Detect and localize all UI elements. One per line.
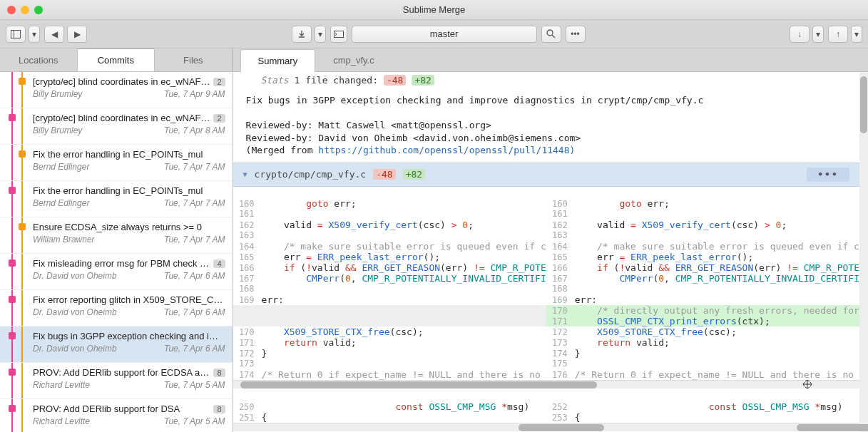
tab-file-cmp-vfy[interactable]: cmp_vfy.c [315,48,392,71]
commit-row[interactable]: Fix error reporting glitch in X509_STORE… [0,290,233,326]
terminal-button[interactable] [330,26,347,43]
stash-button[interactable] [292,26,312,43]
commit-row[interactable]: [crypto/ec] blind coordinates in ec_wNAF… [0,72,233,108]
window-title: Sublime Merge [0,4,868,15]
file-count-badge: 8 [213,369,225,377]
nav-back-button[interactable]: ◀ [44,26,64,43]
commit-row[interactable]: Fix the error handling in EC_POINTs_mulB… [0,181,233,217]
diff-hunk-2: 250 const OSSL_CMP_MSG *msg)251{ 252 con… [233,401,859,423]
svg-rect-2 [334,31,343,37]
commit-node-icon [9,187,16,194]
commit-row[interactable]: Fix the error handling in EC_POINTs_mulB… [0,145,233,181]
tab-files[interactable]: Files [155,48,233,71]
commit-title: PROV: Add DERlib support for ECDSA and E… [33,367,210,378]
svg-point-3 [547,30,553,36]
commit-row[interactable]: Ensure ECDSA_size always returns >= 0Wil… [0,217,233,254]
commit-author: Dr. David von Oheimb [33,271,117,281]
files-changed-text: 1 file changed: [295,75,378,86]
commit-node-icon [19,223,26,230]
commit-row[interactable]: PROV: Add DERlib support for ECDSA and E… [0,363,233,399]
push-button[interactable]: ↑ [828,26,848,43]
commit-author: Dr. David von Oheimb [33,307,117,317]
file-additions-badge: +82 [403,169,425,180]
commit-graph [0,399,30,432]
commit-date: Tue, 7 Apr 8 AM [164,125,225,135]
push-dropdown-button[interactable]: ▾ [851,26,862,43]
commit-author: Billy Brumley [33,89,82,99]
svg-rect-0 [11,30,21,38]
horizontal-scrollbar-1[interactable] [233,380,859,389]
split-resize-handle[interactable] [802,379,813,390]
file-count-badge: 4 [213,259,225,268]
branch-selector[interactable]: master [352,26,537,43]
sidebar: Locations Commits Files [crypto/ec] blin… [0,48,233,432]
file-menu-button[interactable]: ••• [807,168,849,182]
commit-row[interactable]: [crypto/ec] blind coordinates in ec_wNAF… [0,108,233,145]
commit-title: PROV: Add DERlib support for DSA [33,403,210,414]
diff-hunk-1: 160 goto err;161162 valid = X509_verify_… [233,198,859,380]
disclosure-icon: ▼ [243,170,247,178]
commit-node-icon [9,296,16,303]
commit-author: Dr. David von Oheimb [33,344,117,354]
more-button[interactable]: ••• [566,26,586,43]
detail-pane: Summary cmp_vfy.c Stats 1 file changed: … [233,48,868,432]
commit-graph [0,217,30,253]
sidebar-dropdown-button[interactable]: ▾ [29,26,40,43]
deletions-badge: -48 [384,75,406,86]
commit-date: Tue, 7 Apr 7 AM [164,235,225,245]
commit-graph [0,181,30,217]
diff-left-pane[interactable]: 160 goto err;161162 valid = X509_verify_… [233,198,546,380]
tab-locations[interactable]: Locations [0,48,78,71]
commit-graph [0,290,30,326]
commit-node-icon [9,369,16,376]
commit-author: William Brawner [33,235,95,245]
commit-list[interactable]: [crypto/ec] blind coordinates in ec_wNAF… [0,72,233,432]
tab-summary[interactable]: Summary [240,49,316,72]
vertical-scrollbar[interactable] [859,72,868,432]
commit-title: Fix the error handling in EC_POINTs_mul [33,149,225,160]
commit-node-icon [9,114,16,121]
commit-date: Tue, 7 Apr 5 AM [164,416,225,426]
commit-graph [0,145,30,180]
commit-date: Tue, 7 Apr 6 AM [164,271,225,281]
diff-left-pane-2[interactable]: 250 const OSSL_CMP_MSG *msg)251{ [233,401,546,423]
stats-label: Stats [246,75,289,86]
tab-commits[interactable]: Commits [78,48,155,71]
commit-row[interactable]: Fix bugs in 3GPP exception checking and … [0,326,233,363]
commit-title: [crypto/ec] blind coordinates in ec_wNAF… [33,76,210,87]
file-header[interactable]: ▼ crypto/cmp/cmp_vfy.c -48 +82 ••• [233,163,859,187]
file-count-badge: 2 [213,114,225,123]
commit-node-icon [9,332,16,339]
search-button[interactable] [541,26,561,43]
diff-right-pane[interactable]: 160 goto err;161162 valid = X509_verify_… [546,198,859,380]
commit-row[interactable]: Fix misleading error msg for PBM check w… [0,254,233,290]
commit-node-icon [9,405,16,412]
commit-node-icon [19,78,26,85]
pull-button[interactable]: ↓ [790,26,810,43]
commit-author: Richard Levitte [33,416,90,426]
commit-date: Tue, 7 Apr 6 AM [164,344,225,354]
commit-date: Tue, 7 Apr 7 AM [164,198,225,208]
commit-date: Tue, 7 Apr 6 AM [164,307,225,317]
horizontal-scrollbar-2[interactable] [233,423,859,431]
commit-date: Tue, 7 Apr 5 AM [164,380,225,390]
commit-node-icon [9,259,16,267]
pull-dropdown-button[interactable]: ▾ [812,26,824,43]
commit-graph [0,363,30,398]
commit-date: Tue, 7 Apr 9 AM [164,89,225,99]
commit-graph [0,108,30,144]
branch-name: master [430,29,459,39]
pr-link[interactable]: https://github.com/openssl/openssl/pull/… [318,145,575,155]
commit-author: Bernd Edlinger [33,162,89,172]
stash-dropdown-button[interactable]: ▾ [315,26,326,43]
file-deletions-badge: -48 [373,169,395,180]
commit-row[interactable]: PROV: Add DERlib support for DSA8Richard… [0,399,233,432]
commit-date: Tue, 7 Apr 7 AM [164,162,225,172]
sidebar-tabs: Locations Commits Files [0,48,233,72]
sidebar-toggle-button[interactable] [6,26,26,43]
diff-right-pane-2[interactable]: 252 const OSSL_CMP_MSG *msg)253{ [546,401,859,423]
file-path: crypto/cmp/cmp_vfy.c [255,169,367,180]
commit-title: Ensure ECDSA_size always returns >= 0 [33,222,225,232]
toolbar: ▾ ◀ ▶ ▾ master ••• ↓ ▾ ↑ ▾ [0,20,868,48]
nav-forward-button[interactable]: ▶ [67,26,87,43]
